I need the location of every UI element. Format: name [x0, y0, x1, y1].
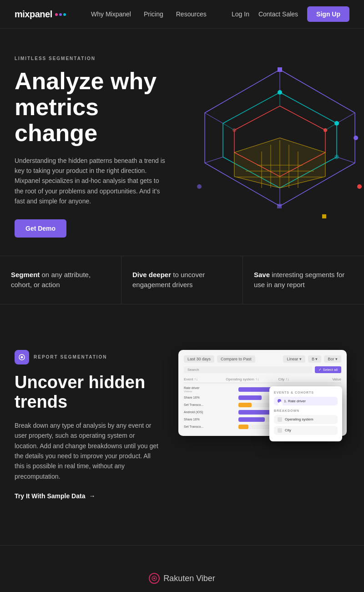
nav-links: Why Mixpanel Pricing Resources: [91, 10, 207, 18]
report-section: REPORT SEGMENTATION Uncover hidden trend…: [0, 332, 364, 518]
logo: mixpanel: [15, 9, 66, 20]
section-label-text: REPORT SEGMENTATION: [34, 354, 107, 359]
nav-actions: Log In Contact Sales Sign Up: [232, 6, 349, 22]
try-link-text: Try It With Sample Data: [15, 492, 85, 500]
logo-dot-2: [59, 13, 62, 16]
os-icon: [278, 417, 282, 422]
nav-pricing[interactable]: Pricing: [144, 10, 163, 18]
logo-text: mixpanel: [15, 9, 52, 20]
logo-dot-3: [63, 13, 66, 16]
svg-line-16: [205, 157, 223, 163]
feature-dive: Dive deeper to uncover engagement driver…: [121, 256, 243, 304]
city-icon: [278, 428, 282, 433]
dashboard-header: Last 30 days Compare to Past Linear ▾ B …: [184, 355, 341, 363]
report-content: REPORT SEGMENTATION Uncover hidden trend…: [15, 350, 160, 500]
hero-content: LIMITLESS SEGMENTATION Analyze why metri…: [15, 56, 187, 238]
overlay-city-text: City: [285, 428, 291, 432]
feature-segment: Segment on any attribute, cohort, or act…: [0, 256, 121, 304]
section-label: REPORT SEGMENTATION: [15, 350, 160, 364]
hero-section: LIMITLESS SEGMENTATION Analyze why metri…: [0, 29, 364, 256]
hero-label: LIMITLESS SEGMENTATION: [15, 56, 187, 61]
feature-save: Save interesting segments for use in any…: [243, 256, 364, 304]
rakuten-brand: Rakuten Viber: [163, 574, 215, 583]
overlay-event-text: 1. Rate driver: [284, 399, 306, 403]
filter-linear[interactable]: Linear ▾: [283, 355, 305, 363]
svg-line-14: [337, 157, 355, 163]
overlay-events-title: EVENTS & COHORTS: [274, 391, 338, 394]
overlay-breakdown-city[interactable]: City: [274, 426, 338, 435]
feature-dive-bold: Dive deeper: [132, 271, 171, 278]
filter-bor[interactable]: Bor ▾: [324, 355, 341, 363]
svg-line-17: [205, 113, 223, 123]
login-link[interactable]: Log In: [232, 10, 249, 18]
dashboard-table-header: Event ↑↓ Operating system ↑↓ City ↑↓ Val…: [184, 376, 341, 383]
overlay-dot: ◆: [278, 399, 281, 403]
svg-line-32: [325, 123, 337, 130]
svg-point-27: [357, 184, 362, 189]
svg-rect-20: [277, 204, 282, 208]
overlay-event-item[interactable]: ◆ 1. Rate driver: [274, 397, 338, 405]
report-icon: [18, 354, 25, 361]
navbar: mixpanel Why Mixpanel Pricing Resources …: [0, 0, 364, 29]
feature-save-bold: Save: [254, 271, 270, 278]
hero-description: Understanding the hidden patterns beneat…: [15, 156, 169, 207]
svg-rect-28: [322, 214, 326, 218]
overlay-os-text: Operating system: [285, 417, 313, 421]
testimonial-section: Rakuten Viber "There's a lot of cultural…: [0, 545, 364, 592]
report-description: Break down any type of analysis by any e…: [15, 420, 160, 481]
try-sample-data-link[interactable]: Try It With Sample Data →: [15, 492, 160, 500]
hero-graphic: [191, 56, 364, 220]
filter-compare[interactable]: Compare to Past: [217, 355, 255, 363]
filter-b[interactable]: B ▾: [308, 355, 322, 363]
rakuten-icon: [149, 573, 160, 584]
svg-line-13: [337, 113, 355, 123]
report-title: Uncover hidden trends: [15, 373, 160, 412]
svg-point-35: [21, 356, 23, 358]
feature-segment-bold: Segment: [11, 271, 40, 278]
svg-point-24: [334, 155, 339, 159]
overlay-breakdown-os[interactable]: Operating system: [274, 415, 338, 424]
hero-title: Analyze why metrics change: [15, 68, 187, 147]
nav-resources[interactable]: Resources: [176, 10, 207, 18]
features-strip: Segment on any attribute, cohort, or act…: [0, 256, 364, 304]
get-demo-button[interactable]: Get Demo: [15, 219, 66, 238]
svg-line-33: [223, 123, 234, 130]
arrow-icon: →: [89, 492, 95, 500]
svg-rect-18: [278, 67, 282, 72]
contact-sales-link[interactable]: Contact Sales: [258, 10, 298, 18]
dashboard-graphic: Last 30 days Compare to Past Linear ▾ B …: [178, 350, 349, 459]
logo-dots: [55, 13, 66, 16]
svg-point-19: [354, 136, 358, 140]
signup-button[interactable]: Sign Up: [307, 6, 349, 22]
section-icon: [15, 350, 29, 364]
rakuten-logo: Rakuten Viber: [36, 573, 328, 584]
nav-why-mixpanel[interactable]: Why Mixpanel: [91, 10, 131, 18]
dashboard-overlay: EVENTS & COHORTS ◆ 1. Rate driver BREAKD…: [269, 386, 342, 441]
svg-point-37: [153, 577, 155, 579]
filter-days[interactable]: Last 30 days: [184, 355, 214, 363]
overlay-breakdown-title: BREAKDOWN: [274, 409, 338, 412]
logo-dot-1: [55, 13, 58, 16]
svg-point-21: [197, 184, 202, 189]
hex-diagram: [191, 56, 364, 220]
